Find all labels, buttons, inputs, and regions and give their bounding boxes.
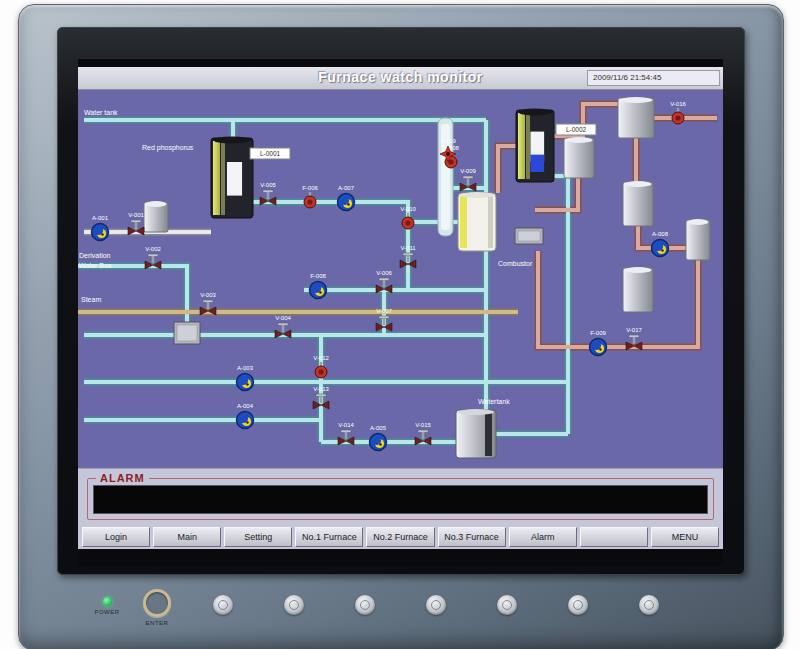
pump-A-003: A-003 [237, 365, 254, 391]
device-tag: V-016 [670, 101, 686, 107]
nav-button-alarm[interactable]: Alarm [509, 527, 577, 547]
pipe-outline [498, 146, 516, 193]
cyl-vessel [618, 97, 654, 138]
nav-button-blank[interactable] [580, 527, 648, 547]
cyl-vessel [623, 267, 653, 312]
label-water-tank: Water tank [84, 109, 118, 116]
cyl-vessel [564, 137, 594, 178]
cyl-vessel [623, 181, 653, 226]
pump-A-005: A-005 [370, 425, 387, 451]
pipe [535, 178, 578, 210]
screen: Furnace watch monitor 2009/11/6 21:54:45 [78, 59, 723, 565]
tag-box-l-0001: L-0001 [250, 148, 290, 159]
device-tag: V-003 [200, 292, 216, 298]
device-tag: V-008 [443, 145, 459, 151]
reactor-vessel [211, 137, 253, 219]
cyl-vessel [144, 201, 168, 232]
nav-button-bar: LoginMainSettingNo.1 FurnaceNo.2 Furnace… [78, 525, 723, 549]
nav-button-setting[interactable]: Setting [224, 527, 292, 547]
pipe-outline [554, 176, 568, 434]
pipe-outline [535, 178, 578, 210]
pipe [538, 251, 698, 347]
pump-F-008: F-008 [310, 273, 327, 299]
osd-button-4[interactable] [426, 595, 446, 615]
scada-area: A-001V-001V-002V-003V-004V-005F-006A-007… [78, 90, 723, 468]
nav-button-main[interactable]: Main [153, 527, 221, 547]
device-tag: V-017 [626, 327, 642, 333]
device-tag: V-019 [440, 138, 456, 144]
alarm-list [93, 485, 708, 514]
pipe-outline [538, 251, 698, 347]
scada-diagram: A-001V-001V-002V-003V-004V-005F-006A-007… [78, 90, 723, 468]
box-vessel [174, 322, 200, 344]
screen-top-strip [78, 59, 723, 67]
power-led [103, 597, 112, 606]
device-tag: V-013 [313, 386, 329, 392]
power-led-group: POWER [87, 597, 127, 615]
alarm-groupbox: ALARM [87, 478, 714, 520]
nav-button-menu[interactable]: MENU [651, 527, 719, 547]
device-tag: V-015 [415, 422, 431, 428]
nav-button-no-1-furnace[interactable]: No.1 Furnace [295, 527, 363, 547]
pump-A-001: A-001 [92, 215, 109, 241]
valve-V-010: V-010 [400, 206, 416, 229]
osd-button-row [213, 595, 659, 615]
tag-box-text: L-0001 [260, 150, 281, 157]
label-combustor: Combustor [498, 260, 533, 267]
pump-F-009: F-009 [590, 330, 607, 356]
device-tag: A-003 [237, 365, 254, 371]
device-tag: F-009 [590, 330, 606, 336]
device-tag: V-011 [400, 245, 416, 251]
ring-button[interactable] [143, 589, 171, 617]
pump-A-007: A-007 [338, 185, 355, 211]
nav-button-no-3-furnace[interactable]: No.3 Furnace [438, 527, 506, 547]
label-derivation: Derivation [79, 252, 111, 259]
osd-button-5[interactable] [497, 595, 517, 615]
valve-V-012: V-012 [313, 355, 329, 378]
datetime-display: 2009/11/6 21:54:45 [587, 70, 720, 86]
screen-bottom-strip [78, 549, 723, 565]
nav-button-no-2-furnace[interactable]: No.2 Furnace [366, 527, 434, 547]
osd-button-7[interactable] [639, 595, 659, 615]
osd-button-6[interactable] [568, 595, 588, 615]
label-watertank: Watertank [478, 398, 510, 405]
cyl-vessel [686, 219, 710, 260]
tag-box-l-0002: L-0002 [556, 124, 596, 135]
device-tag: V-007 [376, 308, 392, 314]
label-steam: Steam [81, 296, 101, 303]
device-tag: A-001 [92, 215, 109, 221]
device-tag: V-009 [460, 168, 476, 174]
monitor-bezel: Furnace watch monitor 2009/11/6 21:54:45 [18, 4, 784, 649]
alarm-panel: ALARM [78, 468, 723, 525]
device-tag: A-007 [338, 185, 355, 191]
device-tag: A-008 [652, 231, 669, 237]
device-tag: V-002 [145, 246, 161, 252]
label-red-phosphorus: Red phosphorus [142, 144, 194, 152]
osd-button-1[interactable] [213, 595, 233, 615]
device-tag: V-014 [338, 422, 354, 428]
power-led-label: POWER [87, 609, 127, 615]
device-tag: V-004 [275, 315, 291, 321]
column-vessel [438, 118, 453, 236]
pump-A-008: A-008 [652, 231, 669, 257]
device-tag: V-005 [260, 182, 276, 188]
device-tag: V-010 [400, 206, 416, 212]
reactor-vessel [516, 109, 554, 183]
osd-button-2[interactable] [284, 595, 304, 615]
device-tag: A-004 [237, 403, 254, 409]
osd-button-3[interactable] [355, 595, 375, 615]
tag-box-text: L-0002 [566, 126, 587, 133]
device-tag: V-006 [376, 270, 392, 276]
device-tag: V-001 [128, 212, 144, 218]
device-tag: A-005 [370, 425, 387, 431]
device-tag: V-012 [313, 355, 329, 361]
ring-button-label: ENTER [137, 620, 177, 626]
device-tag: F-006 [302, 185, 318, 191]
ring-button-group: ENTER [137, 589, 177, 626]
title-bar: Furnace watch monitor 2009/11/6 21:54:45 [78, 67, 723, 90]
box-vessel [515, 228, 543, 244]
nav-button-login[interactable]: Login [82, 527, 150, 547]
screen-frame: Furnace watch monitor 2009/11/6 21:54:45 [57, 27, 745, 575]
watertank-vessel [456, 409, 496, 458]
device-tag: F-008 [310, 273, 326, 279]
